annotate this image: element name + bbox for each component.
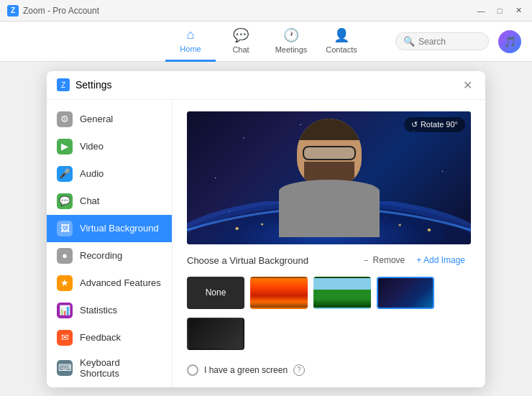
sidebar-item-statistics[interactable]: 📊 Statistics: [47, 297, 172, 324]
nav-label-contacts: Contacts: [326, 45, 357, 54]
maximize-button[interactable]: □: [493, 4, 506, 17]
minimize-button[interactable]: —: [474, 4, 487, 17]
sidebar-item-general[interactable]: ⚙ General: [47, 106, 172, 133]
rotate-button[interactable]: ↺ Rotate 90°: [404, 117, 465, 132]
sidebar-item-recording[interactable]: ● Recording: [47, 242, 172, 270]
nav-item-home[interactable]: ⌂ Home: [165, 22, 216, 62]
background-golden-gate[interactable]: [250, 277, 308, 309]
app-icon: Z: [7, 5, 19, 17]
remove-button[interactable]: － Remove: [356, 253, 411, 268]
background-green-field[interactable]: [313, 277, 371, 309]
choose-label: Choose a Virtual Background: [187, 255, 356, 266]
choose-background-row: Choose a Virtual Background － Remove + A…: [187, 253, 471, 268]
main-area: ⚙ Z Settings ✕ ⚙ General ▶ Video 🎤: [0, 62, 532, 396]
nav-items: ⌂ Home 💬 Chat 🕐 Meetings 👤 Contacts: [165, 22, 367, 62]
nav-label-chat: Chat: [232, 45, 249, 54]
svg-point-8: [428, 229, 431, 231]
dialog-body: ⚙ General ▶ Video 🎤 Audio 💬 Chat 🖼: [47, 100, 485, 387]
search-box[interactable]: 🔍: [395, 32, 489, 50]
svg-point-3: [261, 223, 263, 225]
person-body: [279, 180, 380, 237]
sidebar-item-accessibility[interactable]: ♿ Accessibility: [47, 385, 172, 387]
advanced-icon: ★: [57, 275, 73, 291]
sidebar-item-audio[interactable]: 🎤 Audio: [47, 160, 172, 188]
greenscreen-row: I have a green screen ?: [187, 359, 471, 376]
contacts-icon: 👤: [334, 27, 349, 43]
background-grid: None: [187, 277, 471, 350]
virtual-background-content: ↺ Rotate 90° Choose a Virtual Background…: [173, 100, 485, 387]
search-input[interactable]: [418, 37, 483, 47]
svg-point-2: [235, 227, 239, 230]
rotate-label: Rotate 90°: [421, 120, 458, 129]
keyboard-icon: ⌨: [57, 360, 73, 376]
background-dark[interactable]: [187, 318, 244, 350]
nav-label-home: Home: [180, 45, 201, 53]
sidebar-label-statistics: Statistics: [80, 305, 117, 316]
add-image-button[interactable]: + Add Image: [411, 254, 471, 267]
sidebar-label-recording: Recording: [80, 250, 122, 261]
sidebar-label-virtual-background: Virtual Background: [80, 223, 159, 234]
person-preview: [268, 119, 390, 244]
feedback-icon: ✉: [57, 330, 73, 346]
dialog-header: Z Settings ✕: [47, 71, 485, 100]
recording-icon: ●: [57, 248, 73, 264]
sidebar-item-feedback[interactable]: ✉ Feedback: [47, 324, 172, 351]
nav-item-contacts[interactable]: 👤 Contacts: [316, 22, 367, 62]
sidebar-item-advanced-features[interactable]: ★ Advanced Features: [47, 270, 172, 297]
greenscreen-label: I have a green screen: [204, 365, 288, 375]
svg-point-7: [399, 224, 401, 226]
search-icon: 🔍: [403, 36, 415, 47]
settings-sidebar: ⚙ General ▶ Video 🎤 Audio 💬 Chat 🖼: [47, 100, 173, 387]
person-hair: [297, 119, 362, 140]
sidebar-label-advanced: Advanced Features: [80, 277, 161, 288]
chat-icon: 💬: [233, 27, 249, 43]
sidebar-item-virtual-background[interactable]: 🖼 Virtual Background: [47, 215, 172, 242]
top-navigation: ⌂ Home 💬 Chat 🕐 Meetings 👤 Contacts 🔍 🎵: [0, 22, 532, 62]
audio-icon: 🎤: [57, 166, 73, 182]
greenscreen-checkbox[interactable]: [187, 364, 198, 376]
sidebar-item-keyboard-shortcuts[interactable]: ⌨ Keyboard Shortcuts: [47, 351, 172, 385]
help-icon[interactable]: ?: [293, 364, 305, 376]
meetings-icon: 🕐: [283, 27, 299, 43]
sidebar-label-feedback: Feedback: [80, 332, 121, 343]
titlebar-controls: — □ ✕: [474, 4, 525, 17]
close-button[interactable]: ✕: [512, 4, 525, 17]
dialog-close-button[interactable]: ✕: [460, 78, 475, 92]
titlebar: Z Zoom - Pro Account — □ ✕: [0, 0, 532, 22]
nav-item-meetings[interactable]: 🕐 Meetings: [266, 22, 316, 62]
sidebar-label-general: General: [80, 114, 113, 124]
sidebar-label-audio: Audio: [80, 168, 104, 179]
general-icon: ⚙: [57, 111, 73, 127]
sidebar-item-chat[interactable]: 💬 Chat: [47, 188, 172, 215]
avatar-initial: 🎵: [504, 36, 516, 47]
virtual-background-icon: 🖼: [57, 221, 73, 236]
dialog-icon: Z: [57, 78, 70, 91]
background-none[interactable]: None: [187, 277, 244, 309]
statistics-icon: 📊: [57, 303, 73, 318]
titlebar-title: Zoom - Pro Account: [23, 6, 474, 16]
background-space[interactable]: [377, 277, 434, 309]
sidebar-label-keyboard: Keyboard Shortcuts: [80, 357, 162, 379]
video-preview: ↺ Rotate 90°: [187, 111, 471, 244]
none-label: None: [206, 287, 226, 298]
video-icon: ▶: [57, 139, 73, 155]
avatar[interactable]: 🎵: [498, 30, 521, 53]
person-head: [297, 119, 362, 187]
home-icon: ⌂: [187, 27, 195, 42]
person-glasses: [303, 146, 356, 160]
nav-label-meetings: Meetings: [275, 45, 308, 54]
sidebar-label-video: Video: [80, 141, 104, 152]
sidebar-label-chat: Chat: [80, 195, 99, 206]
nav-item-chat[interactable]: 💬 Chat: [216, 22, 266, 62]
dialog-title: Settings: [75, 79, 460, 91]
chat-nav-icon: 💬: [57, 193, 73, 209]
question-mark: ?: [297, 366, 301, 374]
rotate-icon: ↺: [411, 120, 418, 129]
settings-dialog: Z Settings ✕ ⚙ General ▶ Video 🎤 Audio: [47, 71, 485, 387]
sidebar-item-video[interactable]: ▶ Video: [47, 133, 172, 160]
